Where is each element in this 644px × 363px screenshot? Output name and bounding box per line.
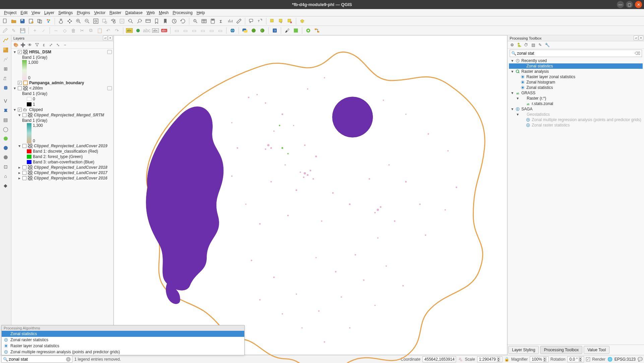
panel-close-icon[interactable]: × xyxy=(108,36,113,40)
layer-row-lc2017[interactable]: ▸Clipped_Reprojected_LandCover 2017 xyxy=(13,170,112,175)
pan-icon[interactable] xyxy=(57,17,65,25)
zoom-native-icon[interactable] xyxy=(118,17,126,25)
vertex-tool-icon[interactable]: ◇ xyxy=(61,27,68,34)
window-maximize-button[interactable]: ▢ xyxy=(626,1,633,8)
options-icon[interactable]: 🔧 xyxy=(544,42,550,48)
undo-icon[interactable]: ↶ xyxy=(105,27,112,34)
temporal-controller-icon[interactable] xyxy=(171,17,178,25)
ds-postgis-icon[interactable] xyxy=(2,106,10,114)
tree-group[interactable]: ▾Raster analysis xyxy=(509,69,643,74)
identify-icon[interactable] xyxy=(192,17,199,25)
new-map-view-icon[interactable] xyxy=(144,17,152,25)
zoom-next-icon[interactable] xyxy=(136,17,143,25)
t2-d[interactable]: ▭ xyxy=(199,27,206,34)
label-pin-icon[interactable]: abc xyxy=(152,27,159,34)
toolbox-icon-2[interactable] xyxy=(299,17,306,25)
layer-group-clipped[interactable]: ▾ 🗀 Clipped xyxy=(13,107,112,112)
label-del-icon[interactable]: abc xyxy=(160,27,168,34)
window-minimize-button[interactable]: — xyxy=(617,1,624,8)
tree-item[interactable]: r.stats.zonal xyxy=(509,101,643,106)
edit-pencil-icon[interactable] xyxy=(1,27,9,34)
clear-icon[interactable]: × xyxy=(66,357,71,362)
locator-item[interactable]: Zonal multiple regression analysis (poin… xyxy=(2,349,244,355)
menu-layer[interactable]: Layer xyxy=(42,10,56,16)
processing-toolbox-icon[interactable] xyxy=(305,27,312,34)
layer-filter-icon[interactable] xyxy=(34,42,40,48)
layer-checkbox[interactable] xyxy=(18,86,22,90)
measure-icon[interactable] xyxy=(235,17,243,25)
menu-database[interactable]: Database xyxy=(123,10,144,16)
ds-wfs-icon[interactable] xyxy=(2,153,10,161)
ds-mesh-icon[interactable]: ⊞ xyxy=(2,65,10,73)
zoom-full-icon[interactable] xyxy=(92,17,100,25)
menu-web[interactable]: Web xyxy=(144,10,156,16)
tree-group[interactable]: ▾GRASS xyxy=(509,90,643,96)
map-canvas[interactable] xyxy=(114,35,507,355)
new-bookmark-icon[interactable] xyxy=(153,17,160,25)
rotation-field[interactable]: 0.0 °▴▾ xyxy=(567,356,584,362)
diagram-green-icon[interactable] xyxy=(134,27,142,34)
locator-input-wrap[interactable]: 🔍 × xyxy=(1,356,72,363)
t2-f[interactable]: ▭ xyxy=(216,27,224,34)
menu-plugins[interactable]: Plugins xyxy=(75,10,92,16)
add-feature-icon[interactable]: ＋ xyxy=(31,27,39,34)
copy-icon[interactable]: ⧉ xyxy=(87,27,94,34)
layer-indicator-icon[interactable] xyxy=(107,86,112,90)
zoom-in-icon[interactable] xyxy=(75,17,82,25)
ds-oracle-icon[interactable]: ◯ xyxy=(2,125,10,133)
layer-checkbox[interactable] xyxy=(22,144,26,148)
processing-tree[interactable]: ▾Recently usedZonal statistics▾Raster an… xyxy=(508,58,644,345)
layer-expression-icon[interactable]: ε xyxy=(41,42,47,48)
osm-info-icon[interactable]: i xyxy=(259,27,266,34)
new-annotation-icon[interactable]: T xyxy=(256,17,264,25)
plugin-b-icon[interactable] xyxy=(292,27,300,34)
help-icon[interactable]: ? xyxy=(271,27,278,34)
zoom-selection-icon[interactable] xyxy=(101,17,108,25)
style-manager-icon[interactable] xyxy=(45,17,52,25)
tab-layer-styling[interactable]: Layer Styling xyxy=(508,346,539,354)
menu-vector[interactable]: Vector xyxy=(92,10,108,16)
layer-expand-icon[interactable]: ⤢ xyxy=(48,42,54,48)
ds-newvector-icon[interactable] xyxy=(2,55,10,63)
new-project-icon[interactable] xyxy=(1,17,9,25)
history-icon[interactable]: ⏱ xyxy=(523,42,529,48)
ds-raster-icon[interactable] xyxy=(2,46,10,54)
zoom-last-icon[interactable] xyxy=(127,17,134,25)
field-calculator-icon[interactable] xyxy=(209,17,216,25)
ds-wcs-icon[interactable] xyxy=(2,144,10,152)
layer-row-200m[interactable]: ▾ < 200m xyxy=(13,86,112,91)
crs-icon[interactable]: 🌐 xyxy=(607,357,613,362)
tree-item[interactable]: Zonal statistics xyxy=(509,85,643,90)
ds-spatialite-icon[interactable] xyxy=(2,84,10,92)
layer-row-lc2019[interactable]: ▾ Clipped_Reprojected_LandCover 2019 xyxy=(13,143,112,149)
layer-row-srtm[interactable]: ▾ Clipped_Reprojected_Merged_SRTM xyxy=(13,112,112,118)
menu-view[interactable]: View xyxy=(29,10,42,16)
ds-virtual-icon[interactable]: V xyxy=(2,97,10,105)
script-icon[interactable]: 🐍 xyxy=(516,42,522,48)
tree-item[interactable]: Zonal histogram xyxy=(509,80,643,85)
menu-settings[interactable]: Settings xyxy=(56,10,75,16)
messages-icon[interactable]: 💬 xyxy=(638,357,643,362)
t2-e[interactable]: ▭ xyxy=(208,27,215,34)
deselect-icon[interactable] xyxy=(286,17,294,25)
model-icon[interactable]: ⚙ xyxy=(509,42,515,48)
tree-item[interactable]: Zonal statistics xyxy=(509,63,643,69)
zoom-out-icon[interactable] xyxy=(83,17,91,25)
select-features-icon[interactable] xyxy=(269,17,276,25)
tab-processing-toolbox[interactable]: Processing Toolbox xyxy=(540,346,582,354)
tree-item[interactable]: Zonal multiple regression analysis (poin… xyxy=(509,117,643,122)
results-icon[interactable]: ▤ xyxy=(530,42,536,48)
ds-delimited-icon[interactable]: ,000,1 xyxy=(2,74,10,82)
zoom-layer-icon[interactable] xyxy=(110,17,117,25)
locator-input[interactable] xyxy=(8,356,66,362)
expand-icon[interactable]: ▾ xyxy=(13,50,16,54)
move-feature-icon[interactable]: ↔ xyxy=(52,27,60,34)
refresh-icon[interactable] xyxy=(179,17,187,25)
locator-item[interactable]: Raster layer zonal statistics xyxy=(2,343,244,349)
tree-item[interactable]: Zonal raster statistics xyxy=(509,122,643,128)
paste-icon[interactable]: 📋 xyxy=(96,27,103,34)
ds-xyz-icon[interactable]: ⊡ xyxy=(2,163,10,171)
statistics-icon[interactable]: Σ xyxy=(218,17,225,25)
layer-row-pampanga[interactable]: Pampanga_admin_boundary xyxy=(13,80,112,86)
processing-search-input[interactable] xyxy=(516,51,635,56)
